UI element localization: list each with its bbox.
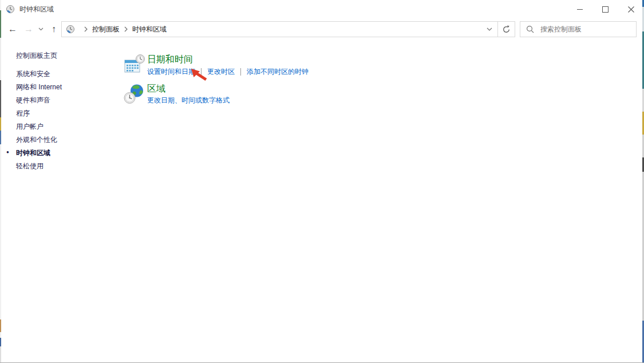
active-item-bullet: ● <box>6 149 9 155</box>
sidebar-item-ease-of-access[interactable]: 轻松使用 <box>16 161 44 171</box>
minimize-button[interactable] <box>567 0 592 18</box>
titlebar: 时钟和区域 <box>0 0 644 18</box>
address-history-dropdown[interactable] <box>481 22 497 37</box>
section-title-date-time[interactable]: 日期和时间 <box>147 54 193 66</box>
forward-button[interactable]: → <box>22 18 35 40</box>
address-bar[interactable]: 控制面板 时钟和区域 <box>61 21 515 37</box>
navbar: ← → ↑ 控制面板 <box>0 18 644 40</box>
link-set-time-and-date[interactable]: 设置时间和日期 <box>147 67 195 77</box>
red-arrow-annotation-icon <box>191 69 208 84</box>
back-button[interactable]: ← <box>6 18 19 40</box>
minimize-icon <box>577 9 583 10</box>
window-title: 时钟和区域 <box>19 0 54 18</box>
maximize-button[interactable] <box>592 0 618 18</box>
up-button[interactable]: ↑ <box>47 18 61 40</box>
recent-pages-dropdown[interactable] <box>36 18 45 40</box>
region-links: 更改日期、时间或数字格式 <box>147 96 230 105</box>
sidebar-item-home[interactable]: 控制面板主页 <box>16 51 57 61</box>
breadcrumb-chevron-icon[interactable] <box>84 26 88 32</box>
maximize-icon <box>602 6 609 13</box>
breadcrumb-chevron-icon[interactable] <box>124 26 128 32</box>
sidebar-item-programs[interactable]: 程序 <box>16 109 30 119</box>
chevron-down-icon <box>38 27 44 31</box>
link-change-date-time-number-formats[interactable]: 更改日期、时间或数字格式 <box>147 96 230 105</box>
sidebar-item-hardware-sound[interactable]: 硬件和声音 <box>16 96 50 105</box>
search-icon <box>526 25 534 33</box>
close-icon <box>628 6 634 13</box>
window-controls <box>567 0 644 18</box>
region-icon <box>123 84 145 108</box>
sidebar-item-user-accounts[interactable]: 用户帐户 <box>16 122 44 132</box>
link-separator <box>240 68 241 76</box>
chevron-down-icon <box>487 27 492 31</box>
sidebar-item-clock-region[interactable]: 时钟和区域 <box>16 148 50 158</box>
search-input[interactable] <box>539 25 636 34</box>
sidebar-item-network-internet[interactable]: 网络和 Internet <box>16 82 62 92</box>
breadcrumb-item-clock-region[interactable]: 时钟和区域 <box>132 25 167 34</box>
clock-region-icon <box>6 5 15 14</box>
date-time-icon <box>124 53 145 77</box>
section-title-region[interactable]: 区域 <box>147 83 165 95</box>
address-location-icon <box>66 25 75 34</box>
sidebar-item-appearance-personalization[interactable]: 外观和个性化 <box>16 135 57 145</box>
breadcrumb: 控制面板 时钟和区域 <box>62 22 481 37</box>
refresh-icon <box>502 25 511 34</box>
screen-edge-left <box>0 0 1 363</box>
search-box[interactable] <box>520 21 637 37</box>
link-add-clocks-different-time-zones[interactable]: 添加不同时区的时钟 <box>247 67 309 77</box>
breadcrumb-item-control-panel[interactable]: 控制面板 <box>92 25 120 34</box>
close-button[interactable] <box>618 0 644 18</box>
sidebar-item-system-security[interactable]: 系统和安全 <box>16 69 50 79</box>
date-time-links: 设置时间和日期 更改时区 添加不同时区的时钟 <box>147 67 309 77</box>
refresh-button[interactable] <box>498 22 515 37</box>
link-change-time-zone[interactable]: 更改时区 <box>207 67 235 77</box>
